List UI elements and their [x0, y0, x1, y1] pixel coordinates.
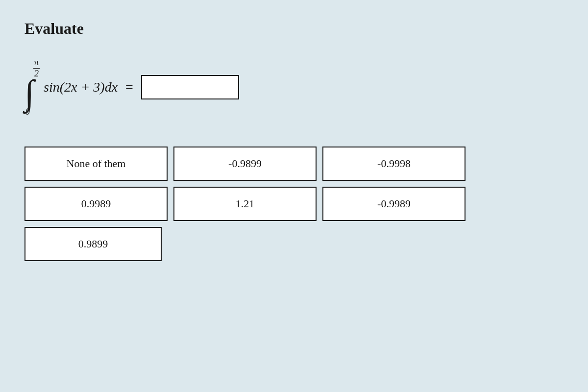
integral-symbol-wrap: π 2 ∫ 0 [24, 57, 41, 117]
options-row-3: 0.9899 [24, 227, 466, 261]
page-title: Evaluate [24, 20, 564, 38]
equation-section: π 2 ∫ 0 sin(2x + 3)dx = [24, 52, 564, 122]
integral-upper-limit: π 2 [33, 57, 41, 79]
equals-sign: = [125, 79, 133, 95]
integral-expression: π 2 ∫ 0 sin(2x + 3)dx = [24, 57, 239, 117]
option-neg-0-9998[interactable]: -0.9998 [322, 147, 466, 181]
fraction-numerator: π [33, 57, 40, 69]
option-neg-0-9899[interactable]: -0.9899 [173, 147, 317, 181]
option-neg-0-9989[interactable]: -0.9989 [322, 187, 466, 221]
answer-input-box[interactable] [141, 75, 239, 99]
options-row-2: 0.9989 1.21 -0.9989 [24, 187, 466, 221]
options-row-1: None of them -0.9899 -0.9998 [24, 147, 466, 181]
option-1-21[interactable]: 1.21 [173, 187, 317, 221]
integrand-expression: sin(2x + 3)dx [44, 79, 118, 95]
integral-sign-symbol: ∫ [24, 78, 34, 108]
option-0-9989[interactable]: 0.9989 [24, 187, 168, 221]
option-none-of-them[interactable]: None of them [24, 147, 168, 181]
options-container: None of them -0.9899 -0.9998 0.9989 1.21… [24, 147, 564, 261]
integral-lower-limit: 0 [25, 107, 30, 117]
option-0-9899[interactable]: 0.9899 [24, 227, 162, 261]
